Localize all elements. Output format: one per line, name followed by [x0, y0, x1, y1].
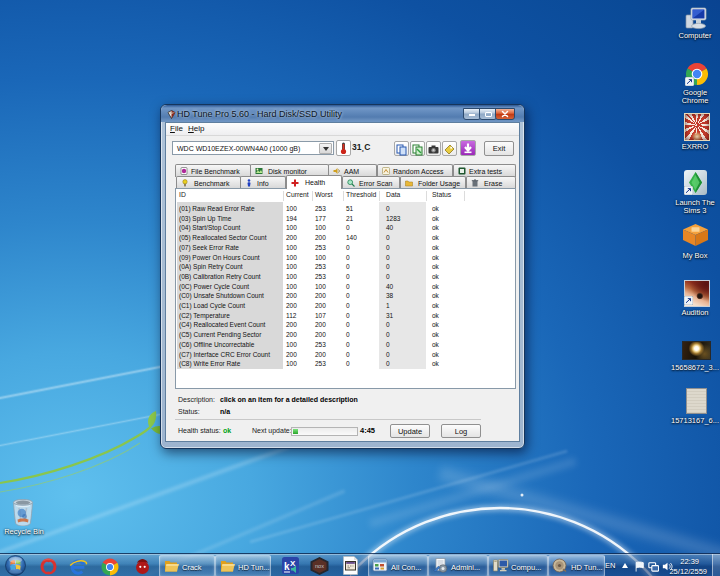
svg-text:nox: nox — [315, 563, 324, 569]
